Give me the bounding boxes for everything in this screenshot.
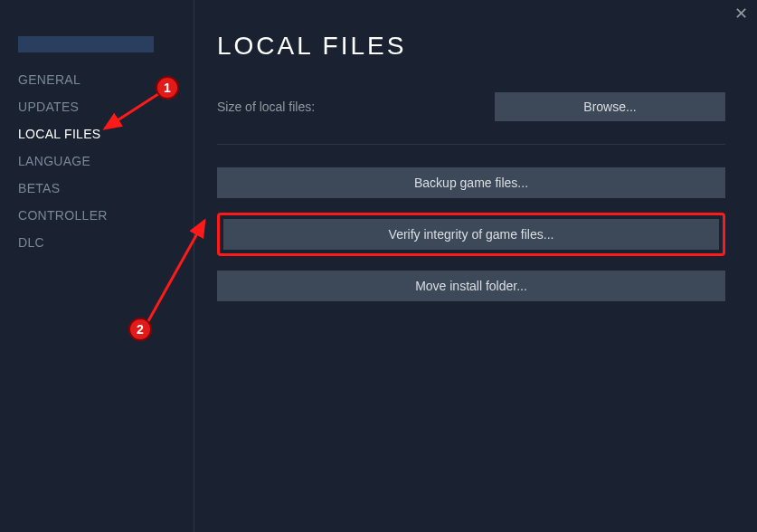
- sidebar-item-general[interactable]: GENERAL: [18, 66, 194, 93]
- close-icon[interactable]: ✕: [734, 5, 748, 22]
- sidebar-item-language[interactable]: LANGUAGE: [18, 147, 194, 175]
- size-row: Size of local files: Browse...: [217, 92, 725, 121]
- move-button[interactable]: Move install folder...: [217, 271, 725, 301]
- size-value: [322, 100, 412, 114]
- sidebar-item-updates[interactable]: UPDATES: [18, 93, 194, 120]
- main-panel: LOCAL FILES Size of local files: Browse.…: [194, 0, 757, 532]
- sidebar: GENERAL UPDATES LOCAL FILES LANGUAGE BET…: [0, 0, 194, 532]
- page-title: LOCAL FILES: [217, 32, 725, 61]
- sidebar-item-local-files[interactable]: LOCAL FILES: [18, 120, 194, 147]
- verify-highlight: Verify integrity of game files...: [217, 213, 725, 256]
- sidebar-item-dlc[interactable]: DLC: [18, 229, 194, 256]
- properties-window: ✕ GENERAL UPDATES LOCAL FILES LANGUAGE B…: [0, 0, 757, 532]
- browse-button[interactable]: Browse...: [495, 92, 725, 121]
- sidebar-item-betas[interactable]: BETAS: [18, 175, 194, 202]
- sidebar-header-spacer: [18, 36, 154, 52]
- size-label: Size of local files:: [217, 100, 315, 114]
- sidebar-item-controller[interactable]: CONTROLLER: [18, 202, 194, 229]
- backup-button[interactable]: Backup game files...: [217, 167, 725, 198]
- divider: [217, 144, 725, 145]
- verify-button[interactable]: Verify integrity of game files...: [223, 219, 719, 250]
